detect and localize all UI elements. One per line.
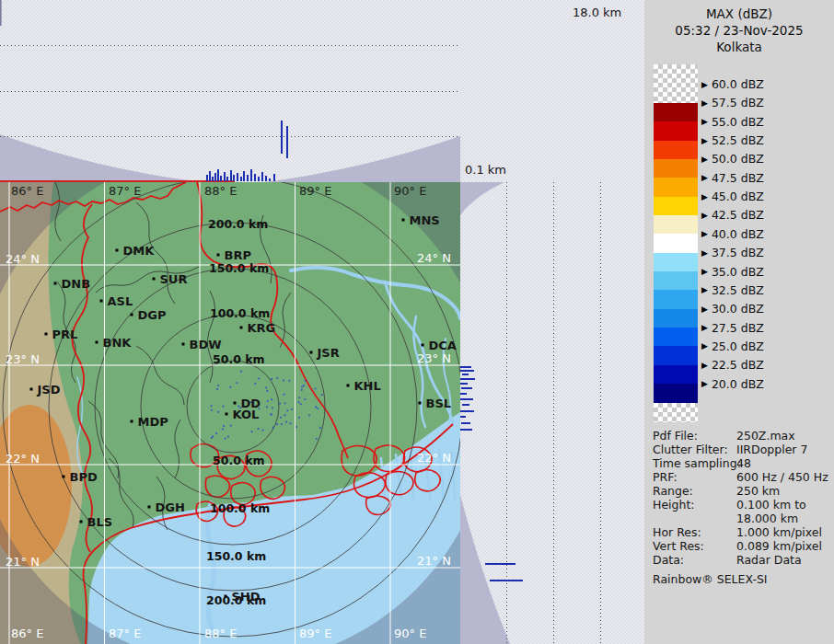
dbz-scale-label: ▶55.0 dBZ bbox=[701, 115, 764, 128]
echo-speckle bbox=[286, 409, 288, 411]
station-dot bbox=[402, 219, 405, 222]
metadata-label: Data: bbox=[653, 553, 736, 567]
echo-speckle bbox=[301, 389, 303, 391]
scale-tick-arrow-icon: ▶ bbox=[701, 285, 708, 294]
scale-tick-arrow-icon: ▶ bbox=[701, 155, 708, 164]
echo-speckle bbox=[315, 406, 317, 408]
metadata-row: Data:Radar Data bbox=[653, 553, 831, 567]
metadata-label bbox=[653, 512, 736, 525]
scale-tick-arrow-icon: ▶ bbox=[701, 173, 708, 182]
height-gridlines bbox=[507, 182, 601, 644]
metadata-label: Hor Res: bbox=[653, 525, 736, 539]
station-code-label: JSD bbox=[37, 383, 61, 397]
scale-tick-arrow-icon: ▶ bbox=[701, 136, 708, 145]
echo-speckle bbox=[291, 408, 293, 410]
echo-speckle bbox=[237, 382, 238, 384]
dbz-scale-label: ▶27.5 dBZ bbox=[701, 321, 764, 334]
station-dot bbox=[419, 402, 422, 405]
station-code-label: DCA bbox=[429, 339, 457, 352]
echo-speckle bbox=[280, 417, 282, 419]
echo-speckle bbox=[266, 390, 268, 392]
dbz-scale-label: ▶52.5 dBZ bbox=[701, 134, 764, 147]
dbz-scale-label: ▶25.0 dBZ bbox=[701, 339, 764, 352]
echo-speckle bbox=[283, 380, 284, 382]
metadata-value: 0.089 km/pixel bbox=[736, 539, 831, 553]
latitude-label-left: 23° N bbox=[6, 352, 40, 366]
echo-speckle bbox=[305, 380, 307, 382]
metadata-label: Clutter Filter: bbox=[653, 443, 736, 456]
radar-application-window: 18.0 km 0.1 km bbox=[0, 0, 834, 644]
echo-speckle bbox=[223, 425, 225, 427]
metadata-value: 600 Hz / 450 Hz bbox=[736, 470, 831, 484]
echo-height-spike bbox=[261, 172, 263, 181]
station-dot bbox=[96, 341, 98, 344]
station-code-label: JSR bbox=[317, 346, 340, 360]
longitude-label-top: 90° E bbox=[394, 184, 426, 198]
echo-speckle bbox=[271, 378, 272, 380]
metadata-label: Height: bbox=[653, 498, 736, 512]
station-code-label: DNB bbox=[62, 277, 91, 291]
metadata-row: PRF:600 Hz / 450 Hz bbox=[653, 470, 831, 484]
station-dot bbox=[226, 413, 228, 416]
echo-speckle bbox=[281, 423, 283, 425]
scale-tick-arrow-icon: ▶ bbox=[701, 211, 708, 220]
longitude-label-bottom: 88° E bbox=[204, 627, 237, 640]
station-code-label: BLS bbox=[87, 515, 113, 529]
echo-speckle bbox=[284, 414, 286, 416]
echo-height-spike bbox=[240, 177, 242, 181]
range-ring-label: 150.0 km bbox=[206, 549, 266, 563]
metadata-row: Pdf File:250Z.max bbox=[653, 429, 831, 443]
echo-speckle bbox=[240, 371, 242, 373]
metadata-row: 18.000 km bbox=[653, 512, 831, 525]
top-height-profile-panel bbox=[0, 0, 460, 182]
echo-height-spike bbox=[258, 177, 260, 181]
dbz-scale-labels: ▶60.0 dBZ▶57.5 dBZ▶55.0 dBZ▶52.5 dBZ▶50.… bbox=[644, 0, 834, 432]
dbz-scale-label: ▶50.0 dBZ bbox=[701, 153, 764, 166]
metadata-row: Clutter Filter:IIRDoppler 7 bbox=[653, 443, 831, 456]
metadata-label: Range: bbox=[653, 484, 736, 498]
station-dot bbox=[234, 402, 237, 405]
echo-speckle bbox=[298, 397, 300, 398]
scale-tick-arrow-icon: ▶ bbox=[701, 98, 708, 108]
station-code-label: BPD bbox=[70, 470, 98, 484]
echo-speckle bbox=[315, 387, 317, 389]
echo-speckle bbox=[298, 417, 300, 419]
echo-speckle bbox=[225, 438, 226, 440]
metadata-value: Radar Data bbox=[736, 553, 831, 567]
echo-speckle bbox=[211, 437, 213, 439]
scale-tick-arrow-icon: ▶ bbox=[701, 229, 708, 238]
range-ring-label: 50.0 km bbox=[213, 352, 265, 366]
scale-tick-arrow-icon: ▶ bbox=[701, 192, 708, 201]
scale-tick-arrow-icon: ▶ bbox=[701, 361, 708, 370]
beam-wedge-top bbox=[460, 182, 504, 215]
station-dot bbox=[131, 314, 133, 316]
echo-height-spike bbox=[269, 178, 271, 181]
station-dot bbox=[80, 521, 83, 523]
echo-speckle bbox=[317, 408, 319, 409]
echo-speckle bbox=[217, 385, 219, 386]
station-dot bbox=[30, 388, 33, 391]
scale-tick-arrow-icon: ▶ bbox=[701, 80, 708, 89]
echo-speckle bbox=[319, 427, 321, 429]
dbz-scale-label: ▶60.0 dBZ bbox=[701, 78, 764, 91]
range-ring-label: 150.0 km bbox=[209, 261, 269, 275]
metadata-value: IIRDoppler 7 bbox=[736, 443, 831, 456]
longitude-label-top: 89° E bbox=[299, 184, 331, 198]
beam-wedge-left bbox=[0, 134, 203, 182]
echo-speckle bbox=[258, 378, 260, 380]
echo-speckle bbox=[222, 428, 224, 430]
metadata-value: 250 km bbox=[736, 484, 831, 498]
latitude-label-right: 23° N bbox=[417, 351, 451, 365]
echo-height-spike bbox=[206, 175, 208, 181]
echo-speckle bbox=[308, 415, 310, 417]
echo-height-spike bbox=[214, 173, 216, 181]
longitude-label-bottom: 90° E bbox=[394, 627, 426, 640]
longitude-label-top: 87° E bbox=[109, 184, 141, 198]
echo-speckle bbox=[217, 411, 219, 413]
echo-speckle bbox=[301, 386, 303, 388]
metadata-label: Time sampling: bbox=[653, 456, 736, 470]
echo-speckle bbox=[211, 409, 213, 411]
dbz-scale-label: ▶20.0 dBZ bbox=[701, 377, 764, 390]
longitude-label-top: 88° E bbox=[204, 184, 237, 198]
echo-speckle bbox=[267, 400, 269, 402]
